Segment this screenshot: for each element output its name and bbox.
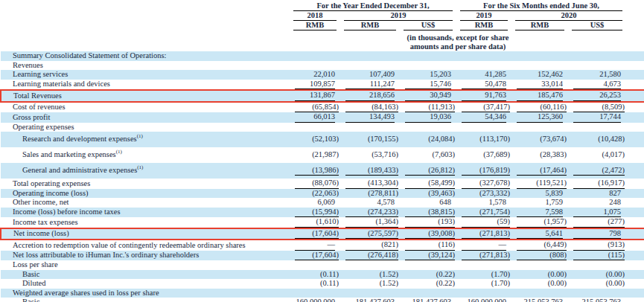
value-cell: (38,815)	[400, 208, 456, 218]
row-spacer	[626, 217, 644, 228]
value-cell: 218,656	[340, 90, 400, 102]
value-cell: (17,604)	[290, 228, 340, 240]
row-label: Research and development expenses(1)	[1, 132, 290, 147]
value-cell: 107,409	[340, 70, 400, 80]
col-group-six-months-label: For the Six Months ended June 30,	[460, 1, 622, 11]
value-cell: (119,521)	[511, 179, 568, 189]
value-cell: (39,008)	[400, 228, 456, 240]
value-cell	[290, 123, 340, 132]
value-cell: 4,578	[340, 198, 400, 208]
row-label: Basic	[1, 298, 290, 302]
value-cell: (11,913)	[400, 102, 456, 113]
header-currency-row: RMB RMB US$ RMB RMB US$	[1, 21, 644, 30]
value-cell: 4,673	[568, 80, 626, 91]
statement-of-operations-table: For the Year Ended December 31, For the …	[0, 0, 644, 302]
value-cell: 185,476	[511, 90, 568, 102]
col-header-rmb-2020: RMB	[511, 21, 568, 30]
row-spacer	[626, 198, 644, 208]
value-cell: (176,819)	[456, 163, 511, 179]
header-spacer	[1, 30, 290, 51]
value-cell	[340, 260, 400, 270]
value-cell: 5,641	[511, 228, 568, 240]
value-cell: 131,867	[290, 90, 340, 102]
value-cell: (115)	[568, 251, 626, 261]
row-spacer	[626, 132, 644, 147]
value-cell: (52,103)	[290, 132, 340, 147]
value-cell: (275,597)	[340, 228, 400, 240]
col-header-usd-2019: US$	[400, 21, 456, 30]
table-row: Learning materials and devices109,857111…	[1, 80, 644, 91]
value-cell: 827	[568, 189, 626, 199]
row-label: Accretion to redemption value of conting…	[1, 240, 290, 251]
value-cell: (273,332)	[456, 189, 511, 199]
row-spacer	[626, 112, 644, 123]
value-cell: 109,857	[290, 80, 340, 91]
table-row: General and administrative expenses(1)(1…	[1, 163, 644, 179]
value-cell: (37,417)	[456, 102, 511, 113]
value-cell: 152,462	[511, 70, 568, 80]
row-spacer	[626, 228, 644, 240]
value-cell	[290, 61, 340, 71]
value-cell: 15,746	[400, 80, 456, 91]
value-cell: (58,499)	[400, 179, 456, 189]
value-cell	[290, 260, 340, 270]
row-spacer	[626, 179, 644, 189]
value-cell: (24,084)	[400, 132, 456, 147]
value-cell: 134,493	[340, 112, 400, 123]
value-cell: (189,433)	[340, 163, 400, 179]
value-cell: (0.11)	[290, 270, 340, 280]
row-label: Sales and marketing expenses(1)	[1, 147, 290, 163]
value-cell	[456, 51, 511, 61]
row-label: Income (loss) before income taxes	[1, 208, 290, 218]
footnote-ref: (1)	[137, 164, 143, 170]
col-header-2018: 2018	[290, 11, 340, 21]
value-cell	[456, 260, 511, 270]
value-cell: (65,854)	[290, 102, 340, 113]
value-cell	[511, 61, 568, 71]
footnote-ref: (1)	[116, 149, 122, 155]
value-cell: (21,987)	[290, 147, 340, 163]
row-label: Summary Consolidated Statement of Operat…	[1, 51, 290, 61]
table-row: Net loss attributable to iHuman Inc.'s o…	[1, 251, 644, 261]
header-spacer	[626, 0, 644, 11]
value-cell: 33,014	[511, 80, 568, 91]
row-label: Income tax expenses	[1, 217, 290, 228]
value-cell	[568, 289, 626, 298]
row-label: General and administrative expenses(1)	[1, 163, 290, 179]
table-row-highlighted: Total Revenues131,867218,65630,94991,763…	[1, 90, 644, 102]
value-cell: (808)	[511, 251, 568, 261]
units-note-cell: (in thousands, except for share amounts …	[290, 30, 626, 51]
row-label: Net loss attributable to iHuman Inc.'s o…	[1, 251, 290, 261]
value-cell	[400, 260, 456, 270]
value-cell	[568, 123, 626, 132]
footnote-ref: (1)	[137, 133, 143, 139]
col-group-six-months: For the Six Months ended June 30,	[456, 0, 626, 11]
value-cell: (2,472)	[568, 163, 626, 179]
row-spacer	[626, 61, 644, 71]
value-cell: 1,759	[511, 198, 568, 208]
row-spacer	[626, 240, 644, 251]
value-cell: (88,076)	[290, 179, 340, 189]
value-cell: (116)	[400, 240, 456, 251]
table-row-highlighted: Net income (loss)(17,604)(275,597)(39,00…	[1, 228, 644, 240]
value-cell	[568, 51, 626, 61]
row-spacer	[626, 147, 644, 163]
row-spacer	[626, 298, 644, 302]
value-cell: (22,063)	[290, 189, 340, 199]
value-cell: 91,763	[456, 90, 511, 102]
value-cell: 50,478	[456, 80, 511, 91]
col-header-2019: 2019	[340, 11, 456, 21]
value-cell: 160,000,000	[290, 298, 340, 302]
table-row: Basic160,000,000181,427,603181,427,60316…	[1, 298, 644, 302]
table-row: Income tax expenses(1,610)(1,364)(193)(5…	[1, 217, 644, 228]
value-cell: (821)	[340, 240, 400, 251]
value-cell	[340, 61, 400, 71]
value-cell	[511, 51, 568, 61]
header-spacer	[1, 21, 290, 30]
header-spacer	[626, 30, 644, 51]
table-row: Accretion to redemption value of conting…	[1, 240, 644, 251]
table-row: Basic(0.11)(1.52)(0.22)(1.70)(0.00)(0.00…	[1, 270, 644, 280]
value-cell	[340, 51, 400, 61]
table-row: Diluted(0.11)(1.52)(0.22)(1.70)(0.00)(0.…	[1, 279, 644, 289]
value-cell: 21,580	[568, 70, 626, 80]
